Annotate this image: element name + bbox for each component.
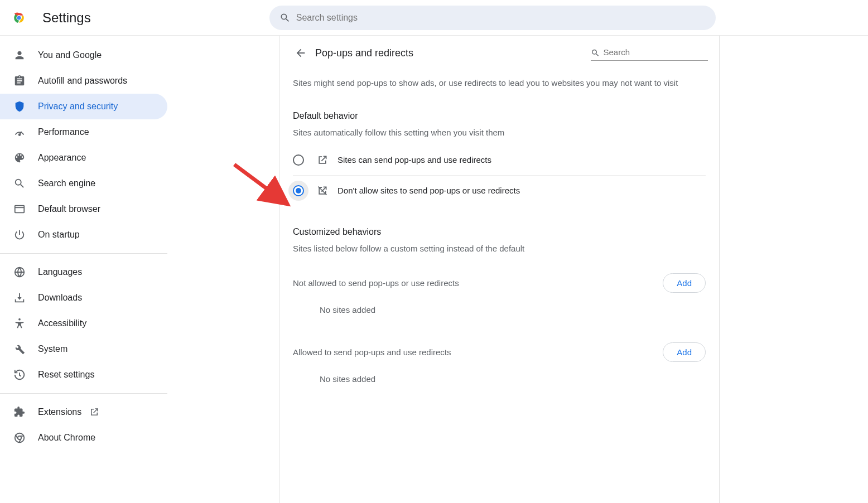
chrome-outline-icon [13,432,26,444]
add-allowed-button[interactable]: Add [663,342,706,362]
svg-point-6 [18,318,21,321]
radio-label: Sites can send pop-ups and use redirects [337,155,491,165]
not-allowed-list-title: Not allowed to send pop-ups or use redir… [293,278,663,288]
download-icon [13,292,26,304]
power-icon [13,229,26,241]
sidebar-item-languages[interactable]: Languages [0,259,167,285]
sidebar-item-label: Autofill and passwords [38,76,127,86]
palette-icon [13,152,26,164]
default-behavior-sub: Sites automatically follow this setting … [293,128,706,137]
search-icon [279,12,291,23]
sidebar-item-appearance[interactable]: Appearance [0,145,167,171]
back-button[interactable] [291,43,311,63]
person-icon [13,49,26,61]
radio-label: Don't allow sites to send pop-ups or use… [337,186,520,195]
sidebar-item-reset[interactable]: Reset settings [0,362,167,388]
sidebar-item-label: Search engine [38,178,95,188]
chrome-logo-icon [11,10,42,26]
sidebar-item-downloads[interactable]: Downloads [0,285,167,311]
open-in-new-icon [316,154,329,166]
sidebar-item-label: Accessibility [38,318,86,328]
allowed-list-title: Allowed to send pop-ups and use redirect… [293,347,663,357]
open-in-new-icon [89,407,99,417]
sidebar-item-label: Default browser [38,204,100,214]
clipboard-icon [13,75,26,87]
radio-block-popups[interactable]: Don't allow sites to send pop-ups or use… [293,175,706,206]
svg-rect-4 [15,206,25,213]
history-icon [13,369,26,381]
arrow-back-icon [295,47,307,59]
sidebar-item-you-and-google[interactable]: You and Google [0,42,167,68]
sidebar-item-label: System [38,344,67,354]
sidebar-item-privacy[interactable]: Privacy and security [0,94,167,119]
search-settings-input[interactable] [296,13,706,23]
customized-behaviors-title: Customized behaviors [293,227,706,237]
globe-icon [13,266,26,278]
search-icon [13,177,26,190]
radio-button[interactable] [293,154,304,166]
app-header: Settings [0,0,868,36]
sidebar-divider [0,253,167,254]
search-icon [591,48,600,58]
sidebar-item-label: About Chrome [38,433,95,443]
sidebar-item-label: Privacy and security [38,101,118,112]
sidebar-item-label: Performance [38,127,89,137]
sidebar-item-system[interactable]: System [0,336,167,362]
radio-allow-popups[interactable]: Sites can send pop-ups and use redirects [293,145,706,175]
panel-search-box[interactable] [591,45,708,61]
sidebar-item-label: Extensions [38,407,81,417]
speedometer-icon [13,126,26,138]
sidebar-item-label: Reset settings [38,370,94,380]
sidebar-item-label: Languages [38,267,82,277]
sidebar-item-default-browser[interactable]: Default browser [0,196,167,222]
sidebar-item-label: Downloads [38,293,82,303]
sidebar-divider [0,393,167,394]
search-settings-box[interactable] [269,6,716,30]
sidebar-item-on-startup[interactable]: On startup [0,222,167,248]
shield-icon [13,100,26,113]
sidebar: You and Google Autofill and passwords Pr… [0,36,167,503]
add-not-allowed-button[interactable]: Add [663,273,706,293]
sidebar-item-about-chrome[interactable]: About Chrome [0,425,167,451]
panel-search-input[interactable] [600,45,708,60]
customized-behaviors-sub: Sites listed below follow a custom setti… [293,244,706,253]
open-in-new-off-icon [316,185,329,197]
accessibility-icon [13,317,26,330]
radio-button[interactable] [293,185,304,196]
wrench-icon [13,343,26,355]
panel-header: Pop-ups and redirects [279,36,719,70]
not-allowed-empty: No sites added [320,305,706,315]
sidebar-item-autofill[interactable]: Autofill and passwords [0,68,167,94]
header-title: Settings [42,10,91,26]
sidebar-item-label: On startup [38,230,80,240]
sidebar-item-extensions[interactable]: Extensions [0,399,167,425]
default-behavior-title: Default behavior [293,111,706,121]
radio-inner-dot [296,188,301,194]
extension-icon [13,406,26,418]
panel-description: Sites might send pop-ups to show ads, or… [293,77,706,90]
content-panel: Pop-ups and redirects Sites might send p… [279,36,720,503]
sidebar-item-label: Appearance [38,153,86,163]
sidebar-item-search-engine[interactable]: Search engine [0,171,167,196]
allowed-empty: No sites added [320,374,706,384]
sidebar-item-label: You and Google [38,50,102,60]
panel-title: Pop-ups and redirects [315,47,413,59]
sidebar-item-accessibility[interactable]: Accessibility [0,311,167,336]
sidebar-item-performance[interactable]: Performance [0,119,167,145]
browser-window-icon [13,203,26,215]
